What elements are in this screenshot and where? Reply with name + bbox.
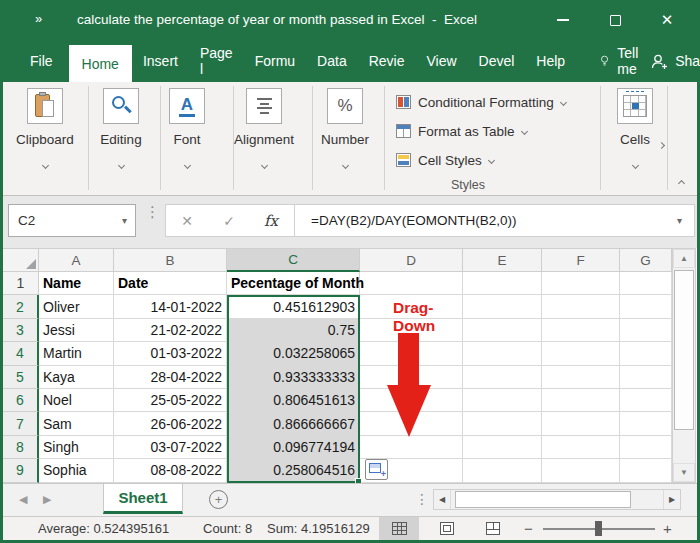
cell-D1[interactable] (360, 272, 463, 295)
row-header-6[interactable]: 6 (3, 389, 39, 412)
formula-bar-grip-icon[interactable]: ⋮ (145, 208, 160, 216)
tab-help[interactable]: Help (525, 40, 576, 82)
cell-F3[interactable] (542, 319, 620, 342)
share-button[interactable]: Share (650, 40, 700, 82)
tab-file[interactable]: File (14, 40, 69, 82)
zoom-in-button[interactable]: + (663, 520, 672, 537)
cell-C5[interactable]: 0.933333333 (227, 366, 360, 389)
quick-access-toolbar-icon[interactable]: » (35, 11, 43, 26)
tab-insert[interactable]: Insert (132, 40, 189, 82)
cell-A7[interactable]: Sam (39, 412, 114, 435)
cell-B7[interactable]: 26-06-2022 (114, 412, 227, 435)
normal-view-button[interactable] (379, 517, 419, 540)
cell-E7[interactable] (463, 412, 542, 435)
scroll-left-icon[interactable]: ◀ (434, 490, 451, 509)
column-header-C[interactable]: C (227, 248, 360, 272)
cell-A2[interactable]: Oliver (39, 295, 114, 318)
cell-E1[interactable] (463, 272, 542, 295)
column-header-D[interactable]: D (360, 248, 463, 272)
scroll-up-icon[interactable]: ▲ (673, 249, 695, 268)
minimize-button[interactable] (537, 0, 589, 40)
cell-A8[interactable]: Singh (39, 436, 114, 459)
cell-G8[interactable] (620, 436, 672, 459)
zoom-slider-handle[interactable] (595, 521, 602, 536)
cell-G6[interactable] (620, 389, 672, 412)
cell-B6[interactable]: 25-05-2022 (114, 389, 227, 412)
column-header-E[interactable]: E (463, 248, 542, 272)
auto-fill-options-button[interactable]: + (365, 459, 388, 480)
cell-G5[interactable] (620, 366, 672, 389)
zoom-out-button[interactable]: − (524, 520, 533, 537)
enter-button[interactable]: ✓ (208, 213, 250, 229)
cell-A1[interactable]: Name (39, 272, 114, 295)
insert-function-button[interactable]: fx (250, 212, 292, 230)
select-all-button[interactable] (3, 248, 39, 272)
cell-E5[interactable] (463, 366, 542, 389)
ribbon-group-clipboard[interactable]: Clipboard (10, 86, 80, 172)
cell-styles-button[interactable]: Cell Styles (396, 148, 566, 172)
ribbon-group-alignment[interactable]: Alignment (229, 86, 299, 172)
sheet-nav-right-icon[interactable]: ▶ (43, 493, 51, 506)
cell-C1[interactable]: Pecentage of Month (227, 272, 360, 295)
cell-E6[interactable] (463, 389, 542, 412)
cell-C2-active[interactable]: 0.451612903 (227, 295, 360, 318)
cell-C3[interactable]: 0.75 (227, 319, 360, 342)
cell-G7[interactable] (620, 412, 672, 435)
row-header-5[interactable]: 5 (3, 366, 39, 389)
cell-B3[interactable]: 21-02-2022 (114, 319, 227, 342)
row-header-3[interactable]: 3 (3, 319, 39, 342)
cell-E2[interactable] (463, 295, 542, 318)
cancel-button[interactable]: ✕ (166, 213, 208, 229)
cell-F8[interactable] (542, 436, 620, 459)
column-header-A[interactable]: A (39, 248, 114, 272)
horizontal-scrollbar[interactable]: ◀ ▶ (433, 489, 681, 510)
cell-A6[interactable]: Noel (39, 389, 114, 412)
row-header-7[interactable]: 7 (3, 412, 39, 435)
ribbon-group-cells[interactable]: Cells (603, 86, 667, 172)
cell-F4[interactable] (542, 342, 620, 365)
cell-E3[interactable] (463, 319, 542, 342)
sheet-tab-sheet1[interactable]: Sheet1 (103, 484, 183, 514)
cell-F5[interactable] (542, 366, 620, 389)
column-header-B[interactable]: B (114, 248, 227, 272)
tab-page-layout[interactable]: Page l (189, 40, 244, 82)
tab-data[interactable]: Data (306, 40, 358, 82)
formula-text[interactable]: =DAY(B2)/DAY(EOMONTH(B2,0)) (295, 213, 516, 228)
row-header-9[interactable]: 9 (3, 459, 39, 482)
cell-C9[interactable]: 0.258064516 (227, 459, 360, 482)
cell-B5[interactable]: 28-04-2022 (114, 366, 227, 389)
format-as-table-button[interactable]: Format as Table (396, 119, 566, 143)
conditional-formatting-button[interactable]: Conditional Formatting (396, 90, 566, 114)
cell-G3[interactable] (620, 319, 672, 342)
cell-D8[interactable] (360, 436, 463, 459)
ribbon-group-number[interactable]: % Number (310, 86, 380, 172)
page-break-view-button[interactable] (473, 517, 513, 540)
cell-F9[interactable] (542, 459, 620, 482)
cell-A9[interactable]: Sophia (39, 459, 114, 482)
horizontal-scrollbar-thumb[interactable] (455, 491, 631, 508)
ribbon-group-font[interactable]: A Font (152, 86, 222, 172)
page-layout-view-button[interactable] (427, 517, 467, 540)
close-button[interactable]: ✕ (641, 0, 693, 40)
cell-F7[interactable] (542, 412, 620, 435)
name-box[interactable]: C2 ▾ (8, 204, 136, 237)
row-header-2[interactable]: 2 (3, 295, 39, 318)
cell-F1[interactable] (542, 272, 620, 295)
cell-B4[interactable]: 01-03-2022 (114, 342, 227, 365)
cell-E9[interactable] (463, 459, 542, 482)
cell-C4[interactable]: 0.032258065 (227, 342, 360, 365)
cell-E8[interactable] (463, 436, 542, 459)
ribbon-group-editing[interactable]: Editing (86, 86, 156, 172)
collapse-ribbon-button[interactable] (673, 174, 689, 190)
cell-F2[interactable] (542, 295, 620, 318)
tab-developer[interactable]: Devel (468, 40, 526, 82)
cell-A4[interactable]: Martin (39, 342, 114, 365)
tab-review[interactable]: Revie (358, 40, 416, 82)
cell-G4[interactable] (620, 342, 672, 365)
cell-A3[interactable]: Jessi (39, 319, 114, 342)
expand-formula-bar-icon[interactable]: ▾ (677, 215, 682, 226)
scroll-right-icon[interactable]: ▶ (663, 490, 680, 509)
row-header-4[interactable]: 4 (3, 342, 39, 365)
new-sheet-button[interactable]: + (209, 490, 228, 509)
cells-flyout-arrow[interactable] (659, 134, 664, 152)
